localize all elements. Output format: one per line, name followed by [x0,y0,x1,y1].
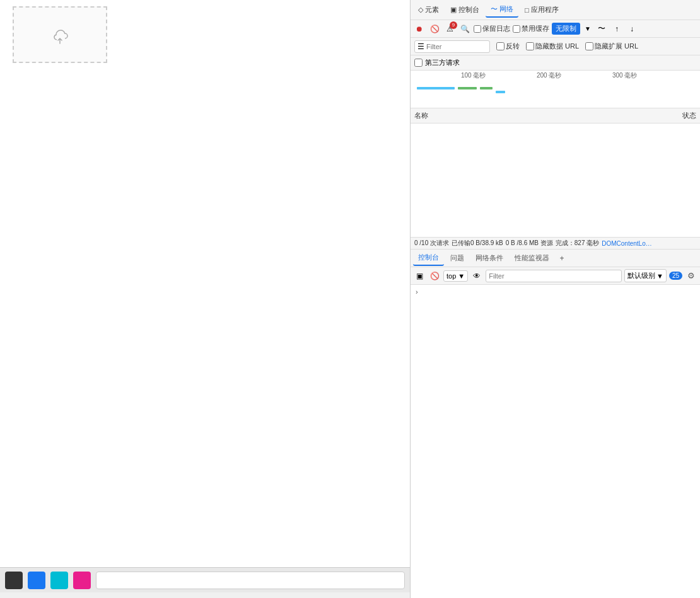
tab-network[interactable]: 〜 网络 [486,2,518,18]
hide-extension-urls-label: 隐藏扩展 URL [595,42,638,51]
svg-rect-3 [496,91,505,93]
network-filter-input[interactable] [426,43,483,50]
upload-placeholder [13,6,107,63]
taskbar-search-bar[interactable] [96,572,405,589]
network-filter-bar: ☰ 反转 隐藏数据 URL 隐藏扩展 URL [411,38,700,55]
record-button[interactable]: ⏺ [413,23,426,35]
throttle-selector[interactable]: 无限制 [552,23,580,35]
hide-data-urls-label: 隐藏数据 URL [535,42,579,51]
console-toolbar: ▣ 🚫 top ▼ 👁 默认级别 ▼ 25 ⚙ [411,267,700,285]
third-party-label: 第三方请求 [425,58,460,67]
disable-cache-label: 禁用缓存 [522,24,549,33]
taskbar-icon-blue[interactable] [28,572,45,589]
resources-label: 0 B /8.6 MB 资源 [506,239,553,248]
tab-elements[interactable]: ◇ 元素 [413,3,444,17]
timeline-waterfall-svg [411,81,700,108]
devtools-panel: ◇ 元素 ▣ 控制台 〜 网络 □ 应用程序 ⏺ 🚫 ⚠ 9 🔍 保留日志 [410,0,700,598]
disable-cache-checkbox[interactable] [513,25,520,33]
context-selector[interactable]: top ▼ [443,270,468,282]
transferred-label: 已传输0 B/38.9 kB [452,239,503,248]
network-icon: 〜 [491,4,498,14]
hide-data-urls-checkbox[interactable] [526,42,534,50]
network-requests-list[interactable] [411,124,700,237]
tab-application[interactable]: □ 应用程序 [520,3,564,17]
invert-checkbox[interactable] [496,42,505,50]
issue-count-badge: 25 [669,272,682,280]
tick-100: 100 毫秒 [461,71,486,80]
taskbar-icon-pink[interactable] [73,572,91,589]
preserve-log-label: 保留日志 [482,24,510,33]
tab-performance-monitor[interactable]: 性能监视器 [510,251,554,265]
taskbar-icon-dark[interactable] [5,572,23,589]
network-timeline: 100 毫秒 200 毫秒 300 毫秒 [411,71,700,108]
filter-icon: ☰ [417,42,424,51]
finish-label: 完成：827 毫秒 [556,239,599,248]
log-level-selector[interactable]: 默认级别 ▼ [624,269,667,282]
timeline-ruler: 100 毫秒 200 毫秒 300 毫秒 [411,71,700,81]
preserve-log-checkbox[interactable] [474,25,481,33]
elements-icon: ◇ [418,6,423,14]
devtools-top-toolbar: ◇ 元素 ▣ 控制台 〜 网络 □ 应用程序 [411,0,700,20]
live-expression-button[interactable]: 👁 [470,270,483,282]
network-status-bar: 0 /10 次请求 已传输0 B/38.9 kB 0 B /8.6 MB 资源 … [411,237,700,250]
console-icon: ▣ [450,6,457,14]
console-filter-input[interactable] [486,270,622,282]
tab-issues[interactable]: 问题 [445,251,469,265]
webpage-area [0,0,410,592]
hide-extension-urls-group: 隐藏扩展 URL [585,42,638,51]
log-level-dropdown-icon: ▼ [656,272,663,280]
search-network-button[interactable]: 🔍 [458,23,471,35]
console-chevron[interactable]: › [413,287,421,297]
import-button[interactable]: ↑ [610,23,623,35]
application-icon: □ [525,6,529,14]
log-level-label: 默认级别 [627,271,655,280]
tab-network-conditions[interactable]: 网络条件 [470,251,508,265]
bottom-panel-tabs: 控制台 问题 网络条件 性能监视器 + [411,250,700,267]
taskbar [0,567,410,592]
svg-rect-0 [417,87,455,89]
preserve-log-group: 保留日志 [474,24,510,33]
network-toolbar: ⏺ 🚫 ⚠ 9 🔍 保留日志 禁用缓存 无限制 ▼ 〜 ↑ ↓ [411,20,700,38]
wifi-settings-icon[interactable]: 〜 [595,23,608,35]
svg-rect-2 [480,87,493,89]
clear-button[interactable]: 🚫 [428,23,441,35]
context-value: top [446,272,456,280]
console-settings-button[interactable]: ⚙ [685,270,697,282]
context-dropdown-icon: ▼ [458,272,465,280]
add-tab-button[interactable]: + [556,252,568,265]
third-party-checkbox[interactable] [414,59,423,67]
network-column-headers: 名称 状态 [411,108,700,124]
col-name-header[interactable]: 名称 [414,111,646,120]
col-status-header[interactable]: 状态 [646,111,696,120]
console-clear-button[interactable]: 🚫 [428,270,441,282]
hide-data-urls-group: 隐藏数据 URL [526,42,579,51]
upload-cloud-icon [47,22,73,47]
hide-extension-urls-checkbox[interactable] [585,42,593,50]
invert-checkbox-group: 反转 [496,42,520,51]
console-sidebar-toggle[interactable]: ▣ [413,270,426,282]
error-count-button[interactable]: ⚠ 9 [443,23,456,35]
requests-count: 0 /10 次请求 [414,239,449,248]
svg-rect-1 [458,87,477,89]
third-party-bar: 第三方请求 [411,55,700,71]
tab-console-bottom[interactable]: 控制台 [413,250,444,266]
console-output-area[interactable]: › [411,285,700,598]
filter-input-wrap: ☰ [414,40,490,53]
throttle-dropdown-icon[interactable]: ▼ [583,23,593,35]
export-button[interactable]: ↓ [626,23,638,35]
invert-label: 反转 [506,42,520,51]
taskbar-icon-cyan[interactable] [50,572,68,589]
disable-cache-group: 禁用缓存 [513,24,549,33]
dom-content-loaded-link[interactable]: DOMContentLo… [602,240,651,247]
tick-300: 300 毫秒 [612,71,637,80]
tick-200: 200 毫秒 [537,71,561,80]
tab-console[interactable]: ▣ 控制台 [445,3,484,17]
